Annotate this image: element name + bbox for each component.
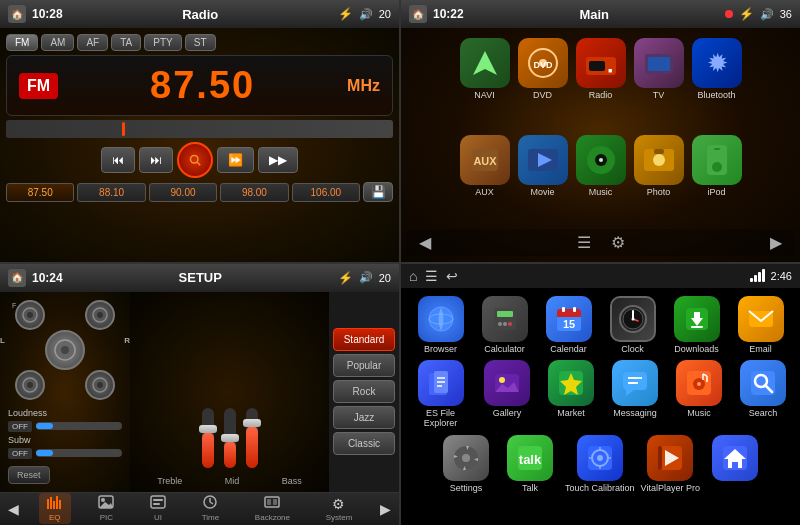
loudness-value: OFF (8, 421, 32, 432)
android-menu-icon[interactable]: ☰ (425, 268, 438, 284)
svg-point-58 (508, 322, 512, 326)
app-esfile[interactable]: ES File Explorer (409, 360, 472, 429)
app-clock[interactable]: Clock (604, 296, 662, 355)
preset-5[interactable]: 106.00 (292, 183, 360, 202)
footer-tab-time[interactable]: Time (194, 493, 227, 524)
treble-slider[interactable] (202, 408, 214, 468)
speaker-rl[interactable] (15, 370, 45, 400)
app-music-android[interactable]: Music (670, 360, 728, 429)
prev-button[interactable]: ⏭ (139, 147, 173, 173)
preset-2[interactable]: 88.10 (77, 183, 145, 202)
setup-bt-icon: ⚡ (338, 271, 353, 285)
footer-right-arrow[interactable]: ▶ (380, 501, 391, 517)
preset-rock[interactable]: Rock (333, 380, 395, 403)
svg-rect-110 (658, 446, 662, 470)
app-gallery[interactable]: Gallery (478, 360, 536, 429)
bass-slider[interactable] (246, 408, 258, 468)
menu-icon[interactable]: ☰ (577, 233, 591, 252)
app-downloads[interactable]: Downloads (668, 296, 726, 355)
app-music[interactable]: Music (576, 135, 626, 197)
footer-tab-ui[interactable]: UI (142, 493, 174, 524)
main-bt-icon: ⚡ (739, 7, 754, 21)
speaker-fr[interactable] (85, 300, 115, 330)
main-grid: 🏠 10:28 Radio ⚡ 🔊 20 FM AM AF TA PTY ST … (0, 0, 800, 525)
svg-rect-35 (47, 499, 49, 509)
app-home[interactable] (706, 435, 764, 494)
tab-pty[interactable]: PTY (144, 34, 181, 51)
app-email[interactable]: Email (732, 296, 790, 355)
svg-text:DVD: DVD (533, 60, 553, 70)
prev-track-button[interactable]: ⏮ (101, 147, 135, 173)
app-navi[interactable]: NAVI (460, 38, 510, 100)
svg-rect-37 (53, 501, 55, 509)
main-home-icon[interactable]: 🏠 (409, 5, 427, 23)
preset-1[interactable]: 87.50 (6, 183, 74, 202)
speaker-fl[interactable] (15, 300, 45, 330)
radio-volume: 20 (379, 8, 391, 20)
speaker-center (45, 330, 85, 370)
android-home-icon[interactable]: ⌂ (409, 268, 417, 284)
footer-tab-backzone[interactable]: Backzone (247, 493, 298, 524)
app-movie[interactable]: Movie (518, 135, 568, 197)
next-button[interactable]: ⏩ (217, 147, 254, 173)
svg-point-80 (499, 377, 505, 383)
app-radio[interactable]: ■ Radio (576, 38, 626, 100)
app-calculator[interactable]: Calculator (476, 296, 534, 355)
svg-text:15: 15 (562, 318, 574, 330)
footer-tab-pic[interactable]: PIC (90, 493, 122, 524)
nav-right-arrow[interactable]: ▶ (770, 233, 782, 252)
app-calendar[interactable]: 15 Calendar (540, 296, 598, 355)
preset-popular[interactable]: Popular (333, 354, 395, 377)
preset-4[interactable]: 98.00 (220, 183, 288, 202)
app-tv[interactable]: TV TV (634, 38, 684, 100)
svg-point-69 (631, 317, 634, 320)
app-ipod[interactable]: iPod (692, 135, 742, 197)
frequency-scale (6, 120, 393, 138)
preset-3[interactable]: 90.00 (149, 183, 217, 202)
app-dvd[interactable]: DVD DVD (518, 38, 568, 100)
tab-am[interactable]: AM (41, 34, 74, 51)
app-settings[interactable]: Settings (437, 435, 495, 494)
tab-af[interactable]: AF (77, 34, 108, 51)
nav-left-arrow[interactable]: ◀ (419, 233, 431, 252)
mid-slider[interactable] (224, 408, 236, 468)
svg-rect-55 (497, 311, 513, 317)
footer-tab-system[interactable]: ⚙ System (318, 494, 361, 524)
setup-home-icon[interactable]: 🏠 (8, 269, 26, 287)
preset-classic[interactable]: Classic (333, 432, 395, 455)
search-button[interactable] (177, 142, 213, 178)
svg-point-32 (27, 382, 33, 388)
app-aux[interactable]: AUX AUX (460, 135, 510, 197)
app-touch-calibration[interactable]: Touch Calibration (565, 435, 635, 494)
footer-tab-time-label: Time (202, 513, 219, 522)
tab-st[interactable]: ST (185, 34, 216, 51)
footer-tab-eq[interactable]: EQ (39, 493, 71, 524)
footer-left-arrow[interactable]: ◀ (8, 501, 19, 517)
app-browser[interactable]: Browser (412, 296, 470, 355)
svg-rect-61 (557, 314, 581, 317)
android-back-icon[interactable]: ↩ (446, 268, 458, 284)
app-market[interactable]: Market (542, 360, 600, 429)
tab-fm[interactable]: FM (6, 34, 38, 51)
svg-rect-64 (573, 307, 576, 312)
app-vital-player[interactable]: VitalPlayer Pro (641, 435, 700, 494)
app-talk[interactable]: talk Talk (501, 435, 559, 494)
preset-standard[interactable]: Standard (333, 328, 395, 351)
home-icon[interactable]: 🏠 (8, 5, 26, 23)
preset-save-button[interactable]: 💾 (363, 182, 393, 202)
preset-jazz[interactable]: Jazz (333, 406, 395, 429)
app-search[interactable]: Search (734, 360, 792, 429)
panel-android: ⌂ ☰ ↩ 2:46 Browser (401, 264, 800, 526)
settings-icon[interactable]: ⚙ (611, 233, 625, 252)
reset-button[interactable]: Reset (8, 466, 50, 484)
svg-point-34 (97, 382, 103, 388)
app-messaging[interactable]: Messaging (606, 360, 664, 429)
tab-ta[interactable]: TA (111, 34, 141, 51)
app-photo[interactable]: Photo (634, 135, 684, 197)
setup-presets: Standard Popular Rock Jazz Classic (329, 292, 399, 492)
subw-value: OFF (8, 448, 32, 459)
svg-point-28 (97, 312, 103, 318)
speaker-rr[interactable] (85, 370, 115, 400)
app-bluetooth[interactable]: ✹ Bluetooth (692, 38, 742, 100)
next-track-button[interactable]: ▶▶ (258, 147, 298, 173)
